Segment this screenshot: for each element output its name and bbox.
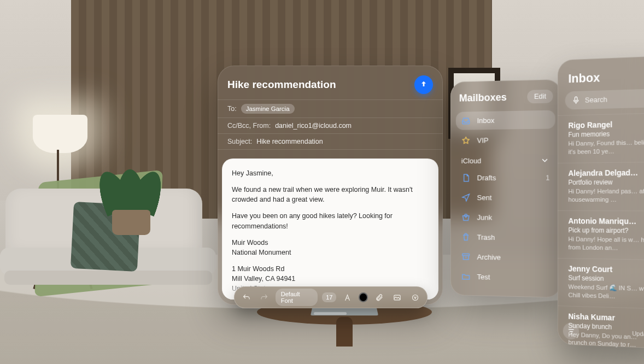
send-button[interactable] [414, 75, 433, 94]
search-field[interactable]: Search [565, 89, 644, 109]
message-preview: Weekend Surf 🌊 IN S… waves Chill vibes D… [568, 283, 644, 301]
message-preview: Hi Danny, Found this… believe it's been … [568, 138, 644, 156]
compose-body[interactable]: Hey Jasmine, We found a new trail when w… [222, 158, 438, 300]
font-picker[interactable]: Default Font [276, 289, 318, 306]
mailbox-section-icloud[interactable]: iCloud [461, 156, 550, 166]
mailbox-label: Archive [477, 253, 501, 262]
to-row[interactable]: To: Jasmine Garcia [218, 99, 443, 118]
message-from: Jenny Court [568, 264, 644, 274]
mailbox-test[interactable]: Test [456, 267, 555, 287]
subject-row[interactable]: Subject: Hike recommendation [218, 133, 443, 150]
message-item[interactable]: Jenny CourtSurf sessionWeekend Surf 🌊 IN… [558, 258, 644, 309]
svg-rect-3 [575, 97, 577, 101]
mailbox-trash[interactable]: Trash [456, 228, 555, 247]
section-label: iCloud [461, 157, 482, 165]
text-format-icon [343, 293, 352, 302]
lamp-shade [33, 115, 87, 153]
updated-status: Updated… [632, 330, 644, 338]
insert-photo-button[interactable] [390, 290, 404, 304]
message-subject: Portfolio review [568, 178, 644, 186]
mailbox-label: Trash [477, 233, 495, 241]
compose-title: Hike recommendation [227, 79, 336, 91]
chevron-down-icon [540, 156, 549, 165]
message-from: Rigo Rangel [568, 119, 644, 130]
mailbox-sent[interactable]: Sent [456, 189, 555, 207]
compose-toolbar: Default Font 17 [234, 286, 428, 308]
edit-button[interactable]: Edit [528, 90, 553, 103]
message-from: Alejandra Delgad… [568, 168, 644, 178]
inbox-icon [461, 116, 471, 125]
markup-button[interactable] [408, 290, 422, 304]
junk-icon [461, 213, 471, 222]
mailbox-vip[interactable]: VIP [456, 130, 555, 149]
undo-button[interactable] [239, 290, 253, 304]
cc-label: Cc/Bcc, From: [227, 122, 271, 130]
mailbox-label: Test [477, 273, 490, 281]
cc-row[interactable]: Cc/Bcc, From: daniel_rico1@icloud.com [218, 118, 443, 133]
message-item[interactable]: Rigo RangelFun memoriesHi Danny, Found t… [558, 113, 644, 163]
message-subject: Pick up from airport? [568, 226, 644, 235]
mailbox-label: VIP [477, 136, 489, 144]
trash-icon [461, 232, 471, 242]
mailbox-label: Junk [477, 213, 492, 221]
svg-rect-2 [462, 254, 470, 256]
text-color-swatch[interactable] [359, 292, 368, 302]
compose-window[interactable]: Hike recommendation To: Jasmine Garcia C… [218, 66, 443, 305]
body-greeting: Hey Jasmine, [232, 168, 429, 178]
message-from: Antonio Manriqu… [568, 216, 644, 226]
from-address: daniel_rico1@icloud.com [275, 122, 352, 130]
recipient-chip[interactable]: Jasmine Garcia [241, 104, 295, 114]
document-icon [461, 173, 471, 183]
message-preview: Hi Danny! Herland pas… at his housewarmi… [568, 187, 644, 204]
markup-icon [411, 293, 419, 302]
archivebox-icon [461, 252, 471, 261]
redo-button[interactable] [257, 290, 271, 304]
message-subject: Surf session [568, 274, 644, 284]
mailbox-count: 1 [546, 174, 549, 181]
mic-icon [571, 96, 581, 105]
search-placeholder: Search [585, 95, 607, 104]
undo-icon [242, 293, 250, 302]
folder-icon [461, 272, 471, 281]
star-icon [461, 136, 471, 145]
subject-value: Hike recommendation [256, 138, 323, 145]
mailbox-label: Sent [477, 193, 492, 202]
message-subject: Fun memories [568, 129, 644, 138]
arrow-up-icon [419, 80, 428, 89]
mailboxes-title: Mailboxes [459, 91, 507, 104]
message-preview: Hi Danny! Hope all is w… home from Londo… [568, 235, 644, 253]
plant [85, 169, 167, 235]
paperplane-icon [461, 193, 471, 202]
mailbox-label: Drafts [477, 174, 496, 182]
filter-icon [567, 327, 575, 336]
message-item[interactable]: Antonio Manriqu…Pick up from airport?Hi … [558, 210, 644, 260]
to-label: To: [227, 105, 237, 113]
filter-button[interactable] [563, 322, 579, 339]
inbox-title: Inbox [558, 56, 644, 92]
mailbox-drafts[interactable]: Drafts 1 [456, 168, 555, 187]
subject-label: Subject: [227, 138, 252, 145]
mailbox-inbox[interactable]: Inbox [456, 110, 555, 130]
svg-point-1 [413, 295, 418, 300]
paperclip-icon [375, 293, 383, 302]
attach-button[interactable] [372, 290, 386, 304]
body-place: Muir Woods National Monument [232, 238, 429, 257]
body-paragraph: Have you been on any good hikes lately? … [232, 211, 429, 231]
photo-icon [393, 293, 401, 302]
message-item[interactable]: Alejandra Delgad…Portfolio reviewHi Dann… [558, 162, 644, 211]
mailboxes-panel[interactable]: Mailboxes Edit Inbox VIP iCloud Drafts 1… [450, 79, 561, 298]
window-handle[interactable] [314, 312, 347, 315]
mailbox-label: Inbox [477, 116, 495, 125]
text-format-button[interactable] [341, 290, 354, 304]
mailbox-junk[interactable]: Junk [456, 208, 555, 227]
mailbox-archive[interactable]: Archive [456, 248, 555, 267]
redo-icon [260, 293, 268, 302]
inbox-panel[interactable]: Inbox Search Rigo RangelFun memoriesHi D… [558, 56, 644, 349]
body-paragraph: We found a new trail when we were explor… [232, 185, 429, 204]
font-size-picker[interactable]: 17 [322, 292, 336, 302]
